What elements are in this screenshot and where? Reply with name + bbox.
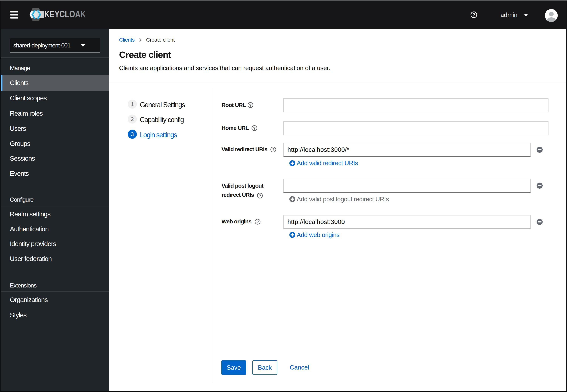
svg-text:?: ? [256,220,259,224]
svg-text:?: ? [259,194,261,198]
svg-text:?: ? [249,103,252,107]
svg-text:?: ? [253,126,256,130]
svg-text:?: ? [472,13,475,17]
svg-text:KEYCLOAK: KEYCLOAK [44,9,86,19]
svg-text:?: ? [272,147,275,152]
